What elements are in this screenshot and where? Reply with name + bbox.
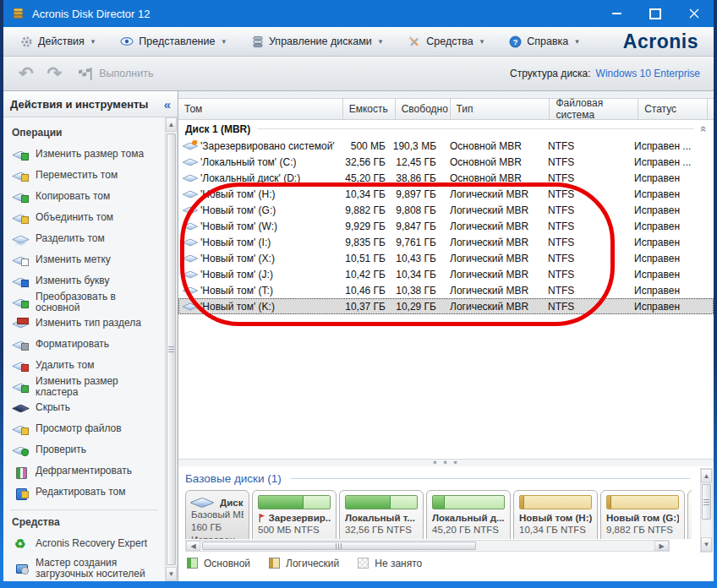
close-button[interactable] (675, 0, 714, 27)
disk-layout-link[interactable]: Windows 10 Enterprise (596, 68, 700, 79)
menu-label: Представление (139, 35, 215, 47)
menu-help[interactable]: ? Справка▾ (502, 32, 586, 52)
column-spacer (708, 99, 714, 119)
sidebar-item-defragment[interactable]: Дефрагментировать (3, 460, 165, 482)
scroll-right-icon[interactable]: ▶ (654, 541, 669, 551)
sidebar-item-change-letter[interactable]: Изменить букву (3, 270, 165, 291)
volume-card-local-d[interactable]: Локальный д... 45,20 ГБ NTFS Основной (426, 490, 511, 539)
sidebar-item-move-volume[interactable]: Переместить том (3, 165, 165, 186)
sidebar-item-cluster-size[interactable]: Изменить размер кластера (3, 376, 165, 397)
column-status[interactable]: Статус (638, 99, 708, 119)
view-eye-icon (120, 35, 134, 47)
sidebar-item-edit-volume[interactable]: Редактировать том (3, 482, 165, 503)
active-volume-icon (184, 141, 198, 151)
check-volume-icon (14, 444, 29, 456)
redo-arrow-icon: ↷ (47, 65, 63, 82)
table-row[interactable]: 'Новый том' (X:) 10,51 ГБ10,43 ГБ Логиче… (178, 250, 714, 266)
active-flag-icon (258, 513, 265, 523)
disk-cards: Диск 1 Базовый MBR 160 ГБ Исправен Зарез… (185, 490, 692, 539)
volume-card-new-w[interactable]: Новый том (W:) 9,929 ГБ NTFS Логический (687, 490, 692, 539)
column-volume[interactable]: Том (178, 99, 343, 119)
scroll-left-icon[interactable]: ◀ (186, 541, 200, 551)
collapse-group-icon[interactable]: « (698, 126, 710, 132)
sidebar-item-copy-volume[interactable]: Копировать том (3, 186, 165, 207)
volume-card-new-h[interactable]: Новый том (H:) 10,34 ГБ NTFS Логический (513, 490, 598, 539)
volume-icon (184, 157, 198, 167)
table-row[interactable]: 'Новый том' (T:) 10,46 ГБ10,38 ГБ Логиче… (178, 282, 714, 298)
menu-label: Средства (426, 35, 473, 47)
table-row[interactable]: 'Новый том' (H:) 10,34 ГБ9,897 ГБ Логиче… (178, 186, 714, 202)
table-row[interactable]: 'Зарезервировано системой' 500 МБ190,3 М… (178, 138, 714, 154)
table-row[interactable]: 'Новый том' (J:) 10,42 ГБ10,34 ГБ Логиче… (178, 266, 714, 282)
hide-volume-icon (14, 402, 29, 414)
volume-card-system-reserved[interactable]: Зарезервир... 500 МБ NTFS Основной (252, 490, 337, 539)
sidebar-item-resize-volume[interactable]: Изменить размер тома (3, 144, 165, 165)
title-divider (290, 478, 690, 479)
sidebar-item-browse-files[interactable]: Просмотр файлов (3, 418, 165, 439)
menu-actions[interactable]: Действия▾ (14, 32, 101, 52)
logical-swatch-icon (269, 558, 280, 569)
table-row-selected[interactable]: 'Новый том' (K:) 10,37 ГБ10,29 ГБ Логиче… (178, 298, 714, 314)
sidebar-item-split-volume[interactable]: Разделить том (3, 228, 165, 249)
volume-list-panel: Том Емкость Свободно Тип Файловая систем… (178, 91, 714, 581)
sidebar-item-delete-volume[interactable]: Удалить том (3, 355, 165, 376)
checkered-flag-icon (75, 67, 94, 81)
column-capacity[interactable]: Емкость (343, 99, 396, 119)
menu-label: Управление дисками (269, 35, 372, 47)
chevron-down-icon: ▾ (91, 37, 96, 46)
window-title: Acronis Disk Director 12 (32, 8, 150, 20)
sidebar-scrollbar[interactable]: ▲ ▼ (165, 117, 178, 581)
sidebar-item-check-volume[interactable]: Проверить (3, 439, 165, 460)
undo-button[interactable]: ↶ (12, 63, 41, 84)
sidebar-item-hide-volume[interactable]: Скрыть (3, 397, 165, 418)
table-row[interactable]: 'Новый том' (I:) 9,835 ГБ9,761 ГБ Логиче… (178, 234, 714, 250)
redo-button[interactable]: ↷ (41, 63, 69, 84)
table-row[interactable]: 'Новый том' (G:) 9,882 ГБ9,808 ГБ Логиче… (178, 202, 714, 218)
help-question-icon: ? (509, 35, 522, 48)
sidebar-divider (10, 509, 158, 510)
volume-card-new-g[interactable]: Новый том (G:) 9,882 ГБ NTFS Логический (600, 490, 685, 539)
disk-map-vertical-scrollbar[interactable]: ▲ ▼ (700, 468, 713, 553)
sidebar-item-merge-volume[interactable]: Объединить том (3, 207, 165, 228)
minimize-button[interactable] (597, 0, 636, 27)
sidebar-collapse-icon[interactable]: « (164, 97, 171, 112)
scroll-up-icon[interactable]: ▲ (701, 469, 712, 483)
edit-volume-icon (14, 487, 29, 498)
commit-button[interactable]: Выполнить (68, 64, 160, 84)
scroll-up-icon[interactable]: ▲ (166, 117, 177, 132)
undo-arrow-icon: ↶ (19, 65, 34, 82)
scroll-down-icon[interactable]: ▼ (701, 537, 712, 552)
volume-card-local-c[interactable]: Локальный т... 32,56 ГБ NTFS Основной (339, 490, 424, 539)
sidebar-item-format-volume[interactable]: Форматировать (3, 334, 165, 355)
sidebar-item-convert-primary[interactable]: Преобразовать в основной (3, 291, 165, 313)
table-row[interactable]: 'Новый том' (W:) 9,929 ГБ9,847 ГБ Логиче… (178, 218, 714, 234)
browse-files-icon (14, 423, 29, 435)
scroll-down-icon[interactable]: ▼ (166, 567, 177, 581)
column-filesystem[interactable]: Файловая система (550, 99, 638, 119)
menu-label: Действия (38, 35, 85, 47)
panel-splitter[interactable]: • • • (178, 459, 714, 466)
menu-disk-management[interactable]: Управление дисками▾ (244, 32, 389, 52)
change-letter-icon (14, 275, 29, 287)
disk-layout-label: Структура диска: (510, 68, 591, 79)
maximize-button[interactable] (636, 0, 675, 27)
disk-card[interactable]: Диск 1 Базовый MBR 160 ГБ Исправен (185, 490, 249, 539)
disk-map-horizontal-scrollbar[interactable]: ◀ ▶ (185, 540, 670, 552)
sidebar-item-change-label[interactable]: Изменить метку (3, 249, 165, 270)
table-row[interactable]: 'Локальный том' (C:) 32,56 ГБ12,45 ГБ Ос… (178, 154, 714, 170)
sidebar-item-partition-type[interactable]: Изменить тип раздела (3, 313, 165, 334)
sidebar-item-bootable-media[interactable]: Мастер создания загрузочных носителей (3, 554, 165, 581)
resize-volume-icon (14, 149, 29, 161)
column-type[interactable]: Тип (451, 99, 550, 119)
sidebar-item-recovery-expert[interactable]: Acronis Recovery Expert (3, 533, 165, 554)
menu-view[interactable]: Представление▾ (113, 32, 233, 51)
table-row[interactable]: 'Локальный диск' (D:) 45,20 ГБ38,86 ГБ О… (178, 170, 714, 186)
sidebar-section-tools: Средства (3, 512, 165, 533)
column-free[interactable]: Свободно (396, 99, 451, 119)
chevron-down-icon: ▾ (379, 37, 383, 46)
scrollbar-grip (703, 499, 709, 505)
change-label-icon (14, 254, 29, 266)
chevron-down-icon: ▾ (575, 37, 579, 46)
menu-tools[interactable]: Средства▾ (401, 32, 490, 52)
title-bar: Acronis Disk Director 12 (3, 0, 714, 27)
